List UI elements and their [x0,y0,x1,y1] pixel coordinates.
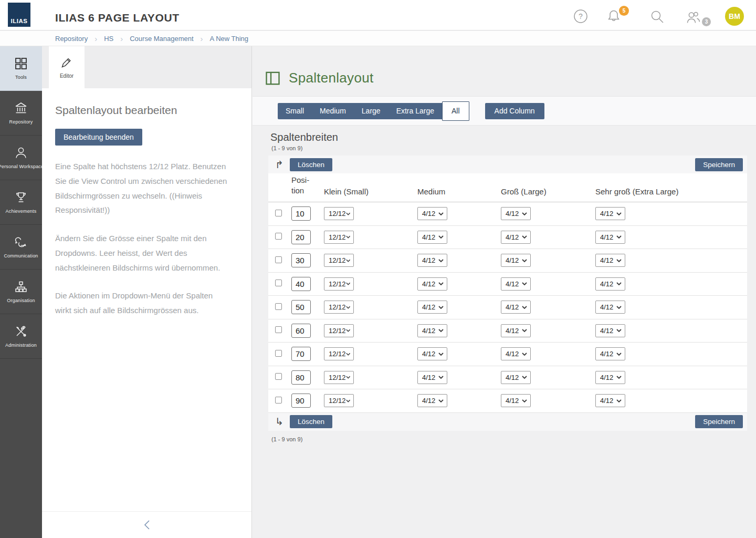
collapse-panel-button[interactable] [140,516,154,533]
medium-width-select[interactable]: 4/12 [417,277,447,291]
small-width-select[interactable]: 12/12 [324,347,354,360]
breadcrumb-a-new-thing[interactable]: A New Thing [210,35,248,43]
view-control-strip: Small Medium Large Extra Large All Add C… [253,96,756,126]
sidebar-item-achievements[interactable]: Achievements [0,180,42,225]
medium-width-select[interactable]: 4/12 [417,207,447,220]
sidebar-item-label: Organisation [7,298,35,303]
view-control-extra-large[interactable]: Extra Large [388,103,442,119]
header-medium: Medium [417,187,501,196]
view-control-all[interactable]: All [442,101,469,121]
row-checkbox[interactable] [275,373,282,380]
medium-width-select[interactable]: 4/12 [417,301,447,314]
row-checkbox[interactable] [275,256,282,263]
delete-button-bottom[interactable]: Löschen [290,415,332,428]
small-width-select[interactable]: 12/12 [324,231,354,244]
table-row: 12/12 4/12 4/12 4/12 [268,249,747,273]
xlarge-width-select[interactable]: 4/12 [595,347,625,360]
row-checkbox[interactable] [275,397,282,404]
small-width-select[interactable]: 12/12 [324,277,354,291]
small-width-select[interactable]: 12/12 [324,324,354,337]
app-header: ILIAS ILIAS 6 PAGE LAYOUT ? 5 3 BM [0,0,756,30]
medium-width-select[interactable]: 4/12 [417,371,447,384]
save-button-bottom[interactable]: Speichern [695,415,743,428]
view-control-medium[interactable]: Medium [312,103,354,119]
xlarge-width-select[interactable]: 4/12 [595,324,625,337]
row-checkbox[interactable] [275,210,282,216]
large-width-select[interactable]: 4/12 [501,254,531,267]
medium-width-select[interactable]: 4/12 [417,394,447,407]
xlarge-width-select[interactable]: 4/12 [595,394,625,407]
pagination-bottom: (1 - 9 von 9) [271,436,756,442]
position-input[interactable] [291,324,311,338]
row-checkbox[interactable] [275,280,282,286]
panel-heading: Spaltenlayout bearbeiten [55,104,228,117]
small-width-select[interactable]: 12/12 [324,394,354,407]
position-input[interactable] [291,277,311,291]
row-checkbox[interactable] [275,326,282,333]
tab-editor[interactable]: Editor [49,46,85,88]
small-width-select[interactable]: 12/12 [324,371,354,384]
large-width-select[interactable]: 4/12 [501,371,531,384]
position-input[interactable] [291,253,311,267]
xlarge-width-select[interactable]: 4/12 [595,371,625,384]
xlarge-width-select[interactable]: 4/12 [595,301,625,314]
help-icon[interactable]: ? [573,9,588,24]
sidebar-item-communication[interactable]: Communication [0,225,42,270]
position-input[interactable] [291,300,311,314]
sidebar-item-repository[interactable]: Repository [0,91,42,136]
sidebar-item-administration[interactable]: Administration [0,314,42,359]
ilias-logo[interactable]: ILIAS [8,3,30,27]
large-width-select[interactable]: 4/12 [501,394,531,407]
position-input[interactable] [291,347,311,361]
row-checkbox[interactable] [275,350,282,357]
pagination-top: (1 - 9 von 9) [271,145,756,151]
medium-width-select[interactable]: 4/12 [417,347,447,360]
medium-width-select[interactable]: 4/12 [417,231,447,244]
header-xlarge: Sehr groß (Extra Large) [595,187,747,196]
add-column-button[interactable]: Add Column [485,103,544,119]
xlarge-width-select[interactable]: 4/12 [595,254,625,267]
large-width-select[interactable]: 4/12 [501,277,531,291]
large-width-select[interactable]: 4/12 [501,301,531,314]
trophy-icon [14,191,28,204]
breadcrumb-hs[interactable]: HS [104,35,113,43]
page-title: ILIAS 6 PAGE LAYOUT [55,0,180,30]
xlarge-width-select[interactable]: 4/12 [595,207,625,220]
xlarge-width-select[interactable]: 4/12 [595,231,625,244]
save-button-top[interactable]: Speichern [695,158,743,171]
medium-width-select[interactable]: 4/12 [417,324,447,337]
small-width-select[interactable]: 12/12 [324,207,354,220]
breadcrumb: Repository › HS › Course Management › A … [0,31,756,46]
row-checkbox[interactable] [275,233,282,240]
xlarge-width-select[interactable]: 4/12 [595,277,625,291]
large-width-select[interactable]: 4/12 [501,207,531,220]
position-input[interactable] [291,206,311,221]
sidebar-item-personal-workspace[interactable]: Personal Workspace [0,136,42,180]
table-row: 12/12 4/12 4/12 4/12 [268,226,747,250]
sidebar-item-tools[interactable]: Tools [0,46,42,91]
breadcrumb-course-management[interactable]: Course Management [130,35,193,43]
medium-width-select[interactable]: 4/12 [417,254,447,267]
row-checkbox[interactable] [275,303,282,310]
large-width-select[interactable]: 4/12 [501,231,531,244]
position-input[interactable] [291,394,311,408]
position-input[interactable] [291,230,311,244]
position-input[interactable] [291,370,311,385]
delete-button-top[interactable]: Löschen [290,158,332,171]
contacts-icon[interactable] [686,10,701,25]
search-icon[interactable] [650,9,665,24]
content-title-row: Spaltenlayout [253,46,756,96]
large-width-select[interactable]: 4/12 [501,347,531,360]
small-width-select[interactable]: 12/12 [324,301,354,314]
small-width-select[interactable]: 12/12 [324,254,354,267]
contacts-badge: 3 [702,17,711,26]
sidebar-item-organisation[interactable]: Organisation [0,270,42,314]
finish-editing-button[interactable]: Bearbeitung beenden [55,129,142,146]
breadcrumb-repository[interactable]: Repository [55,35,88,43]
view-control-small[interactable]: Small [278,103,312,119]
avatar[interactable]: BM [725,7,744,26]
breadcrumb-separator: › [120,34,123,43]
column-widths-table: ↱ Löschen Speichern Posi-tion Klein (Sma… [268,156,747,431]
large-width-select[interactable]: 4/12 [501,324,531,337]
view-control-large[interactable]: Large [354,103,388,119]
